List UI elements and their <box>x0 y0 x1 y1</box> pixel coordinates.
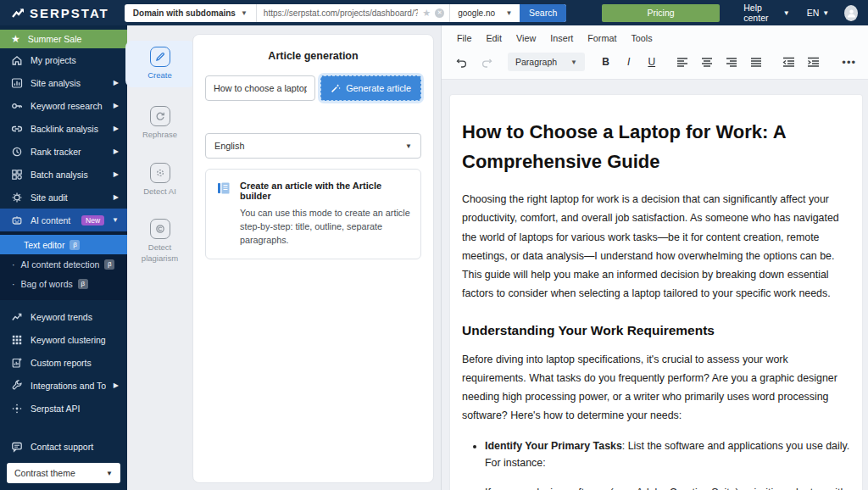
user-icon <box>846 8 857 19</box>
serpstat-logo[interactable]: SERPSTAT <box>0 6 121 20</box>
article-generation-card: Article generation Generate article Engl… <box>192 34 434 483</box>
rail-tab-rephrase[interactable]: Rephrase <box>134 106 186 141</box>
paragraph-style-select[interactable]: Paragraph ▼ <box>508 53 585 71</box>
language-select[interactable]: English ▼ <box>205 133 421 159</box>
rail-tab-create[interactable]: Create <box>125 41 195 87</box>
list-item-bold: Identify Your Primary Tasks <box>485 440 622 452</box>
chevron-right-icon: ▶ <box>114 102 119 109</box>
underline-button[interactable]: U <box>644 56 659 68</box>
document-scroll-area[interactable]: How to Choose a Laptop for Work: A Compr… <box>442 87 868 490</box>
sidebar-item-keyword-research[interactable]: Keyword research ▶ <box>0 94 127 117</box>
star-icon: ★ <box>11 33 20 45</box>
sidebar: ★ Summer Sale My projects Site analysis … <box>0 25 127 490</box>
link-icon <box>11 123 23 135</box>
sidebar-item-label: AI content tools <box>31 215 72 226</box>
article-builder-icon <box>216 181 231 196</box>
align-center-icon[interactable] <box>698 53 715 70</box>
sidebar-item-ai-content-detection[interactable]: AI content detection β <box>0 254 127 274</box>
sidebar-item-label: Site analysis <box>31 78 106 88</box>
sidebar-item-text-editor[interactable]: Text editor β <box>0 235 127 254</box>
editor-chrome: File Edit View Insert Format Tools Parag… <box>442 25 868 80</box>
sidebar-item-label: Keyword clustering <box>31 335 119 345</box>
sidebar-item-backlink-analysis[interactable]: Backlink analysis ▶ <box>0 117 127 140</box>
sidebar-item-keyword-trends[interactable]: Keyword trends <box>0 305 127 328</box>
batch-grid-icon <box>11 169 23 181</box>
more-options-icon[interactable]: ••• <box>842 56 856 69</box>
document-list: Identify Your Primary Tasks: List the so… <box>462 438 850 490</box>
chevron-right-icon: ▶ <box>114 381 119 389</box>
sidebar-item-serpstat-api[interactable]: Serpstat API <box>0 397 127 420</box>
indent-icon[interactable] <box>804 53 821 70</box>
topic-row: Generate article <box>205 75 421 101</box>
menu-file[interactable]: File <box>457 33 471 43</box>
sidebar-item-keyword-clustering[interactable]: Keyword clustering <box>0 328 127 351</box>
sidebar-item-bag-of-words[interactable]: Bag of words β <box>0 274 127 293</box>
favorite-star-icon[interactable]: ★ <box>422 8 431 19</box>
chevron-down-icon: ▼ <box>570 58 577 66</box>
search-engine-label: google.no <box>458 8 495 18</box>
sidebar-item-summer-sale[interactable]: ★ Summer Sale <box>0 30 127 48</box>
alignment-group <box>674 53 765 70</box>
sidebar-item-batch-analysis[interactable]: Batch analysis ▶ <box>0 163 127 186</box>
article-topic-input[interactable] <box>205 75 315 101</box>
article-generation-panel: Create Rephrase Detect AI Detect plagiar… <box>127 25 441 490</box>
search-button[interactable]: Search <box>520 4 565 22</box>
sidebar-item-custom-reports[interactable]: Custom reports <box>0 351 127 374</box>
generate-article-button[interactable]: Generate article <box>320 75 421 101</box>
pencil-icon <box>150 47 170 67</box>
sidebar-item-rank-tracker[interactable]: Rank tracker ▶ <box>0 140 127 163</box>
redo-icon[interactable] <box>478 53 494 70</box>
document-page[interactable]: How to Choose a Laptop for Work: A Compr… <box>450 95 862 490</box>
clear-input-icon[interactable]: ✕ <box>435 8 444 18</box>
text-editor-pane: File Edit View Insert Format Tools Parag… <box>441 25 868 490</box>
align-right-icon[interactable] <box>723 53 740 70</box>
sidebar-item-site-audit[interactable]: Site audit ▶ <box>0 186 127 209</box>
contrast-theme-select[interactable]: Contrast theme ▼ <box>7 463 120 483</box>
sidebar-item-contact-support[interactable]: Contact support <box>0 435 127 458</box>
rail-tab-label: Detect AI <box>134 187 186 198</box>
menu-format[interactable]: Format <box>587 33 616 43</box>
chevron-right-icon: ▶ <box>114 193 119 201</box>
menu-tools[interactable]: Tools <box>631 33 652 43</box>
editor-toolbar: Paragraph ▼ B I U ••• <box>442 48 868 79</box>
rail-tab-detect-ai[interactable]: Detect AI <box>134 163 186 198</box>
indent-group <box>780 53 821 70</box>
search-mode-select[interactable]: Domain with subdomains ▼ <box>125 4 257 22</box>
pricing-button[interactable]: Pricing <box>602 4 720 22</box>
language-menu[interactable]: EN ▼ <box>807 8 830 18</box>
search-query-input[interactable] <box>264 8 418 18</box>
chevron-right-icon: ▶ <box>114 79 119 86</box>
align-left-icon[interactable] <box>674 53 691 70</box>
sidebar-item-label: AI content detection <box>21 259 100 270</box>
help-center-label: Help center <box>743 3 780 23</box>
sidebar-item-site-analysis[interactable]: Site analysis ▶ <box>0 71 127 94</box>
search-mode-label: Domain with subdomains <box>133 8 236 18</box>
robot-icon <box>11 214 23 226</box>
menu-insert[interactable]: Insert <box>550 33 573 43</box>
italic-button[interactable]: I <box>621 56 636 68</box>
document-heading: Understanding Your Work Requirements <box>462 323 850 338</box>
outdent-icon[interactable] <box>780 53 797 70</box>
sidebar-item-label: Site audit <box>31 192 106 203</box>
sidebar-spacer <box>0 420 127 435</box>
chevron-down-icon: ▼ <box>106 470 113 477</box>
paragraph-style-value: Paragraph <box>515 57 557 67</box>
menu-edit[interactable]: Edit <box>486 33 502 43</box>
menu-view[interactable]: View <box>516 33 536 43</box>
undo-icon[interactable] <box>453 53 470 70</box>
bold-button[interactable]: B <box>598 56 613 68</box>
user-avatar[interactable] <box>844 5 858 21</box>
sidebar-item-ai-content-tools[interactable]: AI content tools New ▼ <box>0 209 127 231</box>
copyright-icon <box>150 219 170 239</box>
sidebar-item-label: Text editor <box>24 240 64 250</box>
sidebar-item-my-projects[interactable]: My projects <box>0 48 127 71</box>
help-center-menu[interactable]: Help center ▼ <box>743 3 789 23</box>
detect-ai-icon <box>150 163 170 183</box>
search-engine-select[interactable]: google.no ▼ <box>449 4 520 22</box>
rail-tab-label: Rephrase <box>134 130 186 141</box>
ai-tools-submenu: Text editor β AI content detection β Bag… <box>0 231 127 300</box>
sidebar-item-integrations-and-tools[interactable]: Integrations and Tools ▶ <box>0 374 127 397</box>
report-icon <box>11 357 23 369</box>
align-justify-icon[interactable] <box>748 53 765 70</box>
rail-tab-detect-plagiarism[interactable]: Detect plagiarism <box>134 219 186 264</box>
